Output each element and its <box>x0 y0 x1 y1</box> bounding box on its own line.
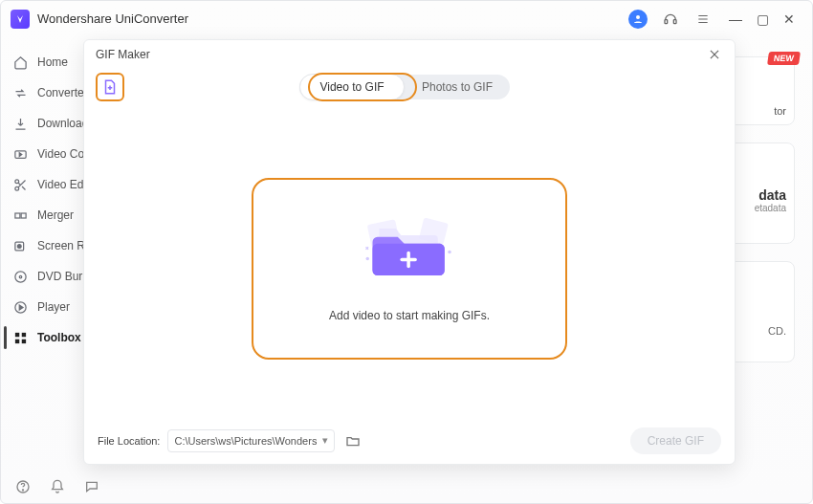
modal-title: GIF Maker <box>96 48 150 61</box>
create-gif-button[interactable]: Create GIF <box>630 427 721 454</box>
compress-icon <box>12 146 28 162</box>
app-title: Wondershare UniConverter <box>37 11 188 26</box>
svg-point-12 <box>17 244 21 248</box>
app-window: Wondershare UniConverter — ▢ ✕ Home <box>0 0 813 504</box>
svg-point-13 <box>14 271 25 281</box>
scissors-icon <box>12 177 28 192</box>
drop-zone[interactable]: Add video to start making GIFs. <box>252 178 567 360</box>
svg-rect-19 <box>21 339 25 342</box>
download-icon <box>12 116 28 131</box>
play-icon <box>12 299 28 315</box>
svg-rect-9 <box>14 213 19 218</box>
svg-point-26 <box>366 257 370 261</box>
folder-plus-icon <box>357 215 462 282</box>
svg-rect-2 <box>673 19 676 23</box>
help-icon[interactable] <box>14 478 32 495</box>
title-actions <box>628 10 713 29</box>
modal-header: GIF Maker <box>84 40 735 69</box>
merge-icon <box>12 208 28 223</box>
window-minimize-button[interactable]: — <box>722 11 749 27</box>
sidebar-item-label: Player <box>37 300 70 314</box>
sidebar-item-label: Converter <box>37 86 88 99</box>
drop-zone-label: Add video to start making GIFs. <box>329 309 490 322</box>
svg-point-14 <box>19 275 22 278</box>
svg-rect-17 <box>21 332 25 336</box>
tab-photos-to-gif[interactable]: Photos to GIF <box>405 75 510 99</box>
add-media-button[interactable] <box>96 73 124 101</box>
record-icon <box>12 238 28 253</box>
file-location-value: C:\Users\ws\Pictures\Wonders <box>174 435 317 447</box>
svg-rect-18 <box>14 339 18 342</box>
modal-close-button[interactable] <box>706 46 723 63</box>
file-location-label: File Location: <box>98 435 160 447</box>
headset-icon[interactable] <box>661 10 680 29</box>
svg-point-27 <box>448 251 451 254</box>
sidebar-item-label: Merger <box>37 208 74 222</box>
svg-point-8 <box>14 186 18 190</box>
user-avatar-icon[interactable] <box>628 10 648 29</box>
open-folder-button[interactable] <box>342 430 363 451</box>
window-maximize-button[interactable]: ▢ <box>749 11 776 27</box>
window-close-button[interactable]: ✕ <box>776 11 802 27</box>
chevron-down-icon: ▾ <box>322 434 328 447</box>
toolbox-icon <box>12 330 28 345</box>
convert-icon <box>12 85 28 100</box>
title-bar: Wondershare UniConverter — ▢ ✕ <box>1 1 812 37</box>
svg-point-7 <box>14 179 18 183</box>
modal-footer: File Location: C:\Users\ws\Pictures\Wond… <box>84 416 735 464</box>
feedback-icon[interactable] <box>83 478 100 495</box>
svg-rect-1 <box>665 19 668 23</box>
tab-toggle: Video to GIF Photos to GIF <box>299 75 510 99</box>
file-location-dropdown[interactable]: C:\Users\ws\Pictures\Wonders ▾ <box>167 429 335 452</box>
app-logo-icon <box>11 10 30 29</box>
tab-video-to-gif[interactable]: Video to GIF <box>299 74 405 100</box>
add-file-icon <box>101 78 119 96</box>
modal-toolbar: Video to GIF Photos to GIF <box>84 69 735 111</box>
home-icon <box>12 55 28 70</box>
gif-maker-modal: GIF Maker Video to GIF Photos to GIF <box>83 39 736 465</box>
disc-icon <box>12 269 28 284</box>
bottom-bar <box>1 471 812 503</box>
new-badge: NEW <box>767 52 801 65</box>
svg-point-29 <box>22 490 23 491</box>
svg-point-0 <box>636 15 640 19</box>
menu-icon[interactable] <box>693 10 713 29</box>
sidebar-item-label: Toolbox <box>37 331 81 344</box>
sidebar-item-label: Home <box>37 55 68 69</box>
svg-rect-16 <box>14 332 18 336</box>
bell-icon[interactable] <box>49 478 66 495</box>
svg-rect-10 <box>21 213 26 218</box>
